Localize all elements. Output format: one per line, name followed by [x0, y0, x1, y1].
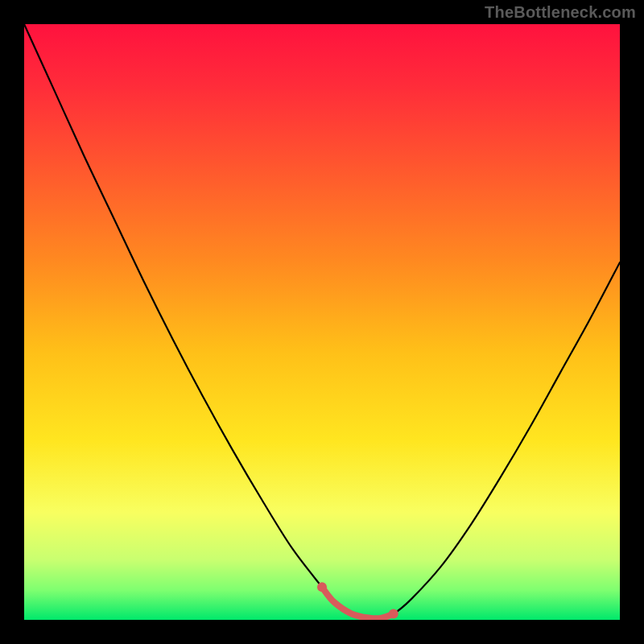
bottleneck-chart-canvas [24, 24, 620, 620]
chart-stage: TheBottleneck.com [0, 0, 644, 644]
plot-area [24, 24, 620, 620]
watermark-text: TheBottleneck.com [485, 3, 636, 22]
